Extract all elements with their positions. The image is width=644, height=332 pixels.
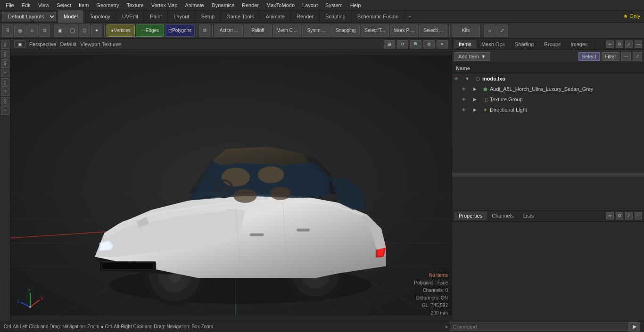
menu-system[interactable]: System (322, 1, 347, 9)
toolbar-falloff[interactable]: Falloff (244, 24, 272, 37)
menu-item[interactable]: Item (75, 1, 92, 9)
panel-maximize-btn[interactable]: ⤢ (625, 40, 633, 48)
toolbar-mesh-c[interactable]: Mesh C ... (273, 24, 301, 37)
items-horizontal-scroll[interactable] (452, 173, 644, 177)
eye-icon-audi[interactable]: 👁 (462, 85, 469, 93)
toolbar-select-t[interactable]: Select T... (361, 24, 389, 37)
menu-select[interactable]: Select (53, 1, 75, 9)
tab-topology[interactable]: Topology (84, 10, 116, 23)
panel-settings-btn[interactable]: ⚙ (616, 40, 623, 48)
menu-file[interactable]: File (2, 1, 18, 9)
toolbar-selecti[interactable]: Selecti ... (419, 24, 447, 37)
eye-icon-light[interactable]: 👁 (462, 106, 469, 113)
toolbar-home[interactable]: ⌂ (484, 24, 495, 37)
panel-tab-groups[interactable]: Groups (539, 40, 566, 49)
tab-scripting[interactable]: Scripting (320, 10, 352, 23)
left-btn-3[interactable]: Me (1, 59, 9, 68)
panel-tab-mesh-ops[interactable]: Mesh Ops (477, 40, 510, 49)
toolbar-lasso[interactable]: ⌾ (26, 24, 38, 37)
toolbar-dots[interactable]: ⠿ (2, 24, 13, 37)
tree-item-modo-lxo[interactable]: 👁 ▼ ⬡ modo.lxo (452, 73, 644, 84)
toolbar-edges[interactable]: ― Edges (136, 24, 164, 37)
panel-tab-shading[interactable]: Shading (510, 40, 539, 49)
tree-item-light[interactable]: 👁 ▶ ✦ Directional Light (452, 105, 644, 115)
toolbar-paint-sel[interactable]: ✦ (91, 24, 102, 37)
tab-paint[interactable]: Paint (144, 10, 168, 23)
props-tab-channels[interactable]: Channels (487, 211, 518, 220)
toolbar-globe[interactable]: ◎ (14, 24, 25, 37)
left-btn-2[interactable]: Du (1, 50, 9, 58)
menu-animate[interactable]: Animate (181, 1, 207, 9)
menu-help[interactable]: Help (347, 1, 365, 9)
layout-dropdown[interactable]: Default Layouts (2, 12, 56, 21)
tab-game-tools[interactable]: Game Tools (221, 10, 260, 23)
left-btn-1[interactable]: De (1, 40, 9, 49)
command-run-button[interactable]: ▶ (629, 322, 640, 332)
left-btn-4[interactable]: E (1, 69, 9, 77)
left-btn-8[interactable]: F (1, 106, 9, 115)
props-maximize-btn[interactable]: ⤢ (625, 212, 633, 219)
panel-collapse-btn[interactable]: ⇔ (606, 40, 614, 48)
menu-maxtomode[interactable]: MaxToModo (263, 1, 298, 9)
panel-tab-items[interactable]: Items (454, 40, 477, 49)
eye-icon-modo[interactable]: 👁 (454, 75, 462, 82)
viewport-settings-icon[interactable]: ⚙ (423, 40, 435, 49)
toolbar-ngon[interactable]: ⬡ (79, 24, 90, 37)
viewport-canvas[interactable]: No Items Polygons : Face Channels: 0 Def… (10, 50, 452, 321)
command-input[interactable] (450, 323, 629, 331)
add-item-button[interactable]: Add Item ▼ (454, 52, 490, 61)
props-minus-btn[interactable]: — (635, 212, 642, 219)
toolbar-settings[interactable]: ⚙ (199, 24, 210, 37)
toolbar-work-plane[interactable]: Work Pl... (390, 24, 418, 37)
arrow-icon-light[interactable]: ▶ (471, 106, 479, 113)
viewport-toggle[interactable]: ▣ (14, 40, 25, 48)
toolbar-snapping[interactable]: Snapping (331, 24, 360, 37)
tab-setup[interactable]: Setup (195, 10, 221, 23)
toolbar-polygons[interactable]: ◻ Polygons (165, 24, 195, 37)
menu-texture[interactable]: Texture (123, 1, 148, 9)
toolbar-kits[interactable]: Kits (452, 24, 480, 37)
menu-geometry[interactable]: Geometry (92, 1, 123, 9)
viewport-refresh[interactable]: ↺ (397, 40, 408, 49)
tab-render[interactable]: Render (291, 10, 320, 23)
panel-close-btn[interactable]: — (635, 40, 642, 48)
items-maximize-btn[interactable]: ⤢ (633, 52, 642, 61)
toolbar-maximize[interactable]: ⤢ (496, 24, 508, 37)
arrow-icon-texture[interactable]: ▶ (471, 96, 479, 103)
items-minus-btn[interactable]: — (621, 52, 631, 61)
items-filter-button[interactable]: Filter (602, 52, 619, 61)
plus-icon[interactable]: ▼ (463, 75, 471, 82)
props-collapse-btn[interactable]: ⇔ (606, 212, 614, 219)
props-tab-lists[interactable]: Lists (519, 211, 539, 220)
arrow-icon-audi[interactable]: ▶ (471, 85, 479, 93)
props-settings-btn[interactable]: ⚙ (616, 212, 623, 219)
tab-schematic-fusion[interactable]: Schematic Fusion (352, 10, 405, 23)
eye-icon-texture[interactable]: 👁 (462, 96, 469, 103)
scroll-thumb[interactable] (452, 173, 644, 177)
menu-layout[interactable]: Layout (298, 1, 322, 9)
toolbar-vertices[interactable]: ● Vertices (107, 24, 135, 37)
props-tab-properties[interactable]: Properties (454, 211, 487, 220)
tree-item-texture[interactable]: 👁 ▶ ◫ Texture Group (452, 94, 644, 105)
tab-animate[interactable]: Animate (260, 10, 291, 23)
tab-uvedit[interactable]: UVEdit (116, 10, 144, 23)
tree-item-audi[interactable]: 👁 ▶ ⬟ Audi_A8L_Horch_Ultra_Luxury_Sedan_… (452, 84, 644, 94)
toolbar-circle-sel[interactable]: ◯ (66, 24, 78, 37)
menu-dynamics[interactable]: Dynamics (208, 1, 238, 9)
panel-tab-images[interactable]: Images (566, 40, 593, 49)
tab-layout[interactable]: Layout (168, 10, 195, 23)
tab-model[interactable]: Model (58, 10, 84, 23)
toolbar-symm[interactable]: Symm ... (302, 24, 330, 37)
menu-vertex-map[interactable]: Vertex Map (148, 1, 182, 9)
left-btn-5[interactable]: Po (1, 78, 9, 87)
toolbar-box[interactable]: ▣ (54, 24, 66, 37)
tab-add[interactable]: + (405, 12, 415, 21)
viewport-frame[interactable]: ⊞ (384, 40, 395, 49)
viewport-search[interactable]: 🔍 (410, 40, 421, 49)
left-btn-7[interactable]: UV (1, 97, 9, 105)
items-select-button[interactable]: Select (578, 52, 600, 61)
menu-render[interactable]: Render (238, 1, 263, 9)
toolbar-select-mode[interactable]: ⊡ (39, 24, 50, 37)
toolbar-action[interactable]: Action ... (215, 24, 243, 37)
menu-edit[interactable]: Edit (18, 1, 34, 9)
